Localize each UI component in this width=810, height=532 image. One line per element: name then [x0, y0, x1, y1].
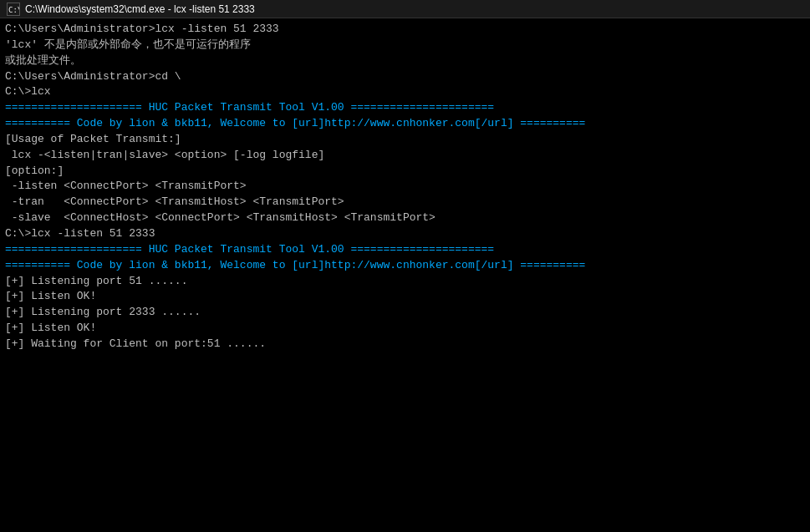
- console-line: [option:]: [5, 164, 805, 180]
- console-line: [+] Listen OK!: [5, 289, 805, 305]
- console-line: ========== Code by lion & bkb11, Welcome…: [5, 258, 805, 274]
- console-line: [Usage of Packet Transmit:]: [5, 132, 805, 148]
- svg-text:C:\: C:\: [8, 6, 19, 14]
- console-line: [+] Waiting for Client on port:51 ......: [5, 337, 805, 352]
- cmd-icon: C:\: [7, 3, 20, 16]
- console-line: -listen <ConnectPort> <TransmitPort>: [5, 179, 805, 195]
- console-line: 'lcx' 不是内部或外部命令，也不是可运行的程序: [5, 38, 805, 53]
- console-line: C:\Users\Administrator>cd \: [5, 69, 805, 85]
- console-line: -slave <ConnectHost> <ConnectPort> <Tran…: [5, 210, 805, 226]
- console-line: ===================== HUC Packet Transmi…: [5, 100, 805, 116]
- console-line: lcx -<listen|tran|slave> <option> [-log …: [5, 148, 805, 164]
- console-line: 或批处理文件。: [5, 53, 805, 69]
- console-line: [+] Listening port 2333 ......: [5, 305, 805, 321]
- console-area: C:\Users\Administrator>lcx -listen 51 23…: [0, 18, 810, 532]
- console-line: C:\Users\Administrator>lcx -listen 51 23…: [5, 22, 805, 38]
- console-line: -tran <ConnectPort> <TransmitHost> <Tran…: [5, 195, 805, 210]
- console-line: C:\>lcx: [5, 84, 805, 100]
- console-line: ===================== HUC Packet Transmi…: [5, 242, 805, 258]
- console-line: ========== Code by lion & bkb11, Welcome…: [5, 116, 805, 132]
- console-line: [+] Listening port 51 ......: [5, 274, 805, 290]
- console-line: C:\>lcx -listen 51 2333: [5, 226, 805, 242]
- title-bar: C:\ C:\Windows\system32\cmd.exe - lcx -l…: [0, 0, 810, 18]
- title-text: C:\Windows\system32\cmd.exe - lcx -liste…: [25, 3, 255, 15]
- console-line: [+] Listen OK!: [5, 321, 805, 337]
